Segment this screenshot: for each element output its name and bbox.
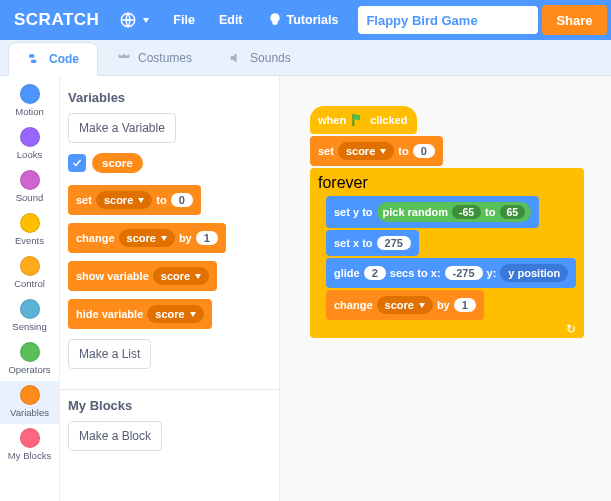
tab-sounds-label: Sounds	[250, 51, 291, 65]
category-dot	[20, 428, 40, 448]
input-oval[interactable]: 0	[171, 193, 193, 207]
tab-code[interactable]: Code	[8, 42, 98, 76]
share-button[interactable]: Share	[542, 5, 606, 35]
tab-sounds[interactable]: Sounds	[210, 41, 309, 75]
tab-code-label: Code	[49, 52, 79, 66]
block-show-variable[interactable]: show variable score	[68, 261, 217, 291]
script-stack[interactable]: when clicked set score to 0 forever set …	[310, 106, 611, 338]
category-label: Sensing	[12, 321, 46, 332]
category-column: MotionLooksSoundEventsControlSensingOper…	[0, 76, 60, 501]
category-sensing[interactable]: Sensing	[0, 295, 59, 338]
category-dot	[20, 385, 40, 405]
input-oval[interactable]: -275	[445, 266, 483, 280]
tab-costumes-label: Costumes	[138, 51, 192, 65]
project-name-input[interactable]	[358, 6, 538, 34]
project-name-wrap	[358, 6, 538, 34]
category-label: Operators	[8, 364, 50, 375]
editor-tabs: Code Costumes Sounds	[0, 40, 611, 76]
variable-checkbox[interactable]	[68, 154, 86, 172]
input-oval[interactable]: 2	[364, 266, 386, 280]
block-set-y[interactable]: set y to pick random -65 to 65	[326, 196, 539, 228]
chevron-down-icon	[143, 18, 149, 23]
block-when-flag-clicked[interactable]: when clicked	[310, 106, 417, 134]
var-dropdown[interactable]: score	[119, 229, 175, 247]
make-list-button[interactable]: Make a List	[68, 339, 151, 369]
block-set-score[interactable]: set score to 0	[310, 136, 443, 166]
loop-arrow-icon: ↻	[566, 322, 576, 336]
block-change-score[interactable]: change score by 1	[326, 290, 484, 320]
file-menu[interactable]: File	[163, 0, 205, 40]
code-icon	[27, 51, 43, 67]
var-dropdown[interactable]: score	[338, 142, 394, 160]
category-events[interactable]: Events	[0, 209, 59, 252]
var-dropdown[interactable]: score	[96, 191, 152, 209]
main-area: MotionLooksSoundEventsControlSensingOper…	[0, 76, 611, 501]
costumes-icon	[116, 50, 132, 66]
var-dropdown[interactable]: score	[377, 296, 433, 314]
tutorials-label: Tutorials	[287, 13, 339, 27]
sounds-icon	[228, 50, 244, 66]
input-oval[interactable]: 0	[413, 144, 435, 158]
lightbulb-icon	[267, 12, 283, 28]
tab-costumes[interactable]: Costumes	[98, 41, 210, 75]
svg-rect-2	[31, 60, 36, 63]
block-pick-random[interactable]: pick random -65 to 65	[377, 202, 532, 222]
edit-menu[interactable]: Edit	[209, 0, 253, 40]
input-oval[interactable]: 275	[377, 236, 411, 250]
make-variable-button[interactable]: Make a Variable	[68, 113, 176, 143]
block-set-score[interactable]: set score to 0	[68, 185, 201, 215]
category-dot	[20, 84, 40, 104]
language-menu[interactable]	[109, 0, 159, 40]
category-label: Events	[15, 235, 44, 246]
block-palette: Variables Make a Variable score set scor…	[60, 76, 280, 501]
green-flag-icon	[350, 112, 366, 128]
block-glide[interactable]: glide 2 secs to x: -275 y: y position	[326, 258, 576, 288]
category-label: Control	[14, 278, 45, 289]
var-dropdown[interactable]: score	[147, 305, 203, 323]
block-hide-variable[interactable]: hide variable score	[68, 299, 212, 329]
block-forever[interactable]: forever set y to pick random -65 to 65 s…	[310, 168, 584, 338]
category-operators[interactable]: Operators	[0, 338, 59, 381]
category-label: Looks	[17, 149, 42, 160]
menu-bar: SCRATCH File Edit Tutorials Share	[0, 0, 611, 40]
svg-rect-1	[29, 54, 34, 57]
reporter-y-position[interactable]: y position	[500, 264, 568, 282]
block-change-score[interactable]: change score by 1	[68, 223, 226, 253]
category-dot	[20, 170, 40, 190]
divider	[60, 389, 279, 390]
category-control[interactable]: Control	[0, 252, 59, 295]
make-block-button[interactable]: Make a Block	[68, 421, 162, 451]
variable-row: score	[68, 153, 271, 173]
category-dot	[20, 342, 40, 362]
block-set-x[interactable]: set x to 275	[326, 230, 419, 256]
category-label: Sound	[16, 192, 43, 203]
category-label: My Blocks	[8, 450, 51, 461]
category-motion[interactable]: Motion	[0, 80, 59, 123]
category-sound[interactable]: Sound	[0, 166, 59, 209]
myblocks-heading: My Blocks	[68, 398, 271, 413]
category-dot	[20, 256, 40, 276]
variable-score-reporter[interactable]: score	[92, 153, 143, 173]
category-dot	[20, 127, 40, 147]
input-oval[interactable]: 1	[196, 231, 218, 245]
script-workspace[interactable]: when clicked set score to 0 forever set …	[280, 76, 611, 501]
category-dot	[20, 299, 40, 319]
input-oval[interactable]: 65	[500, 205, 526, 219]
input-oval[interactable]: 1	[454, 298, 476, 312]
tutorials-button[interactable]: Tutorials	[257, 0, 349, 40]
input-oval[interactable]: -65	[452, 205, 481, 219]
category-label: Motion	[15, 106, 44, 117]
scratch-logo[interactable]: SCRATCH	[8, 10, 105, 30]
check-icon	[71, 157, 83, 169]
category-dot	[20, 213, 40, 233]
variables-heading: Variables	[68, 90, 271, 105]
category-variables[interactable]: Variables	[0, 381, 59, 424]
category-my-blocks[interactable]: My Blocks	[0, 424, 59, 467]
var-dropdown[interactable]: score	[153, 267, 209, 285]
category-looks[interactable]: Looks	[0, 123, 59, 166]
category-label: Variables	[10, 407, 49, 418]
globe-icon	[119, 11, 137, 29]
